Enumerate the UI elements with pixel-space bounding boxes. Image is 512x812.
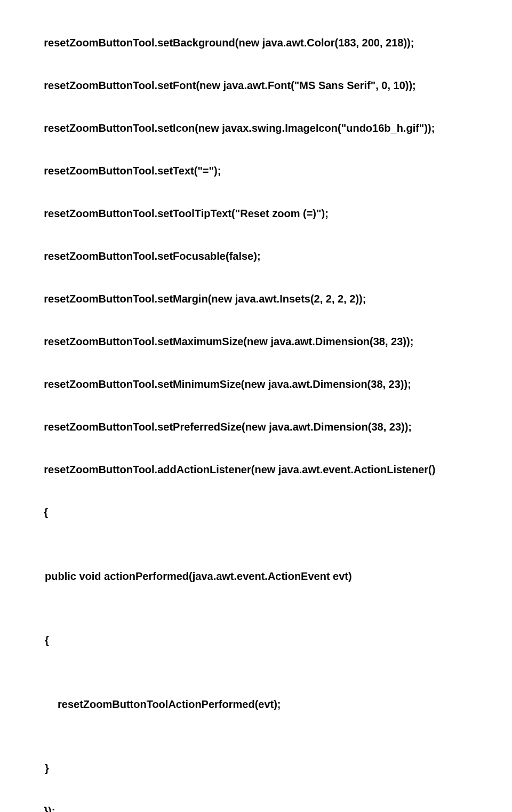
code-line: resetZoomButtonToolActionPerformed(evt); <box>32 694 480 715</box>
code-line: resetZoomButtonTool.setMinimumSize(new j… <box>44 378 411 390</box>
code-line: { <box>32 630 480 651</box>
code-line: { <box>44 506 48 518</box>
code-line: resetZoomButtonTool.setToolTipText("Rese… <box>44 208 329 219</box>
code-line: public void actionPerformed(java.awt.eve… <box>32 566 480 587</box>
code-line: resetZoomButtonTool.setPreferredSize(new… <box>44 421 412 433</box>
code-block-1: resetZoomButtonTool.setBackground(new ja… <box>32 11 480 812</box>
code-line: resetZoomButtonTool.setMargin(new java.a… <box>44 293 366 305</box>
document-page: resetZoomButtonTool.setBackground(new ja… <box>0 0 512 812</box>
code-line: resetZoomButtonTool.setFocusable(false); <box>44 250 260 262</box>
code-line: resetZoomButtonTool.setMaximumSize(new j… <box>44 336 413 347</box>
code-line: resetZoomButtonTool.setBackground(new ja… <box>44 37 414 49</box>
code-line: resetZoomButtonTool.setIcon(new javax.sw… <box>44 122 435 134</box>
code-line: resetZoomButtonTool.setFont(new java.awt… <box>44 79 416 91</box>
code-line: } <box>32 758 480 779</box>
code-line: }); <box>44 805 55 812</box>
code-line: resetZoomButtonTool.setText("="); <box>44 165 221 177</box>
code-line: resetZoomButtonTool.addActionListener(ne… <box>44 464 435 475</box>
